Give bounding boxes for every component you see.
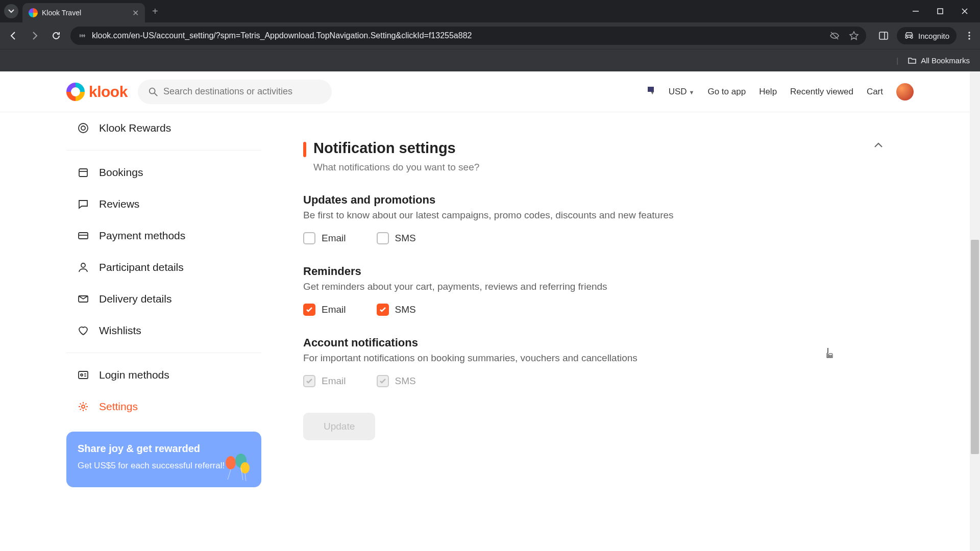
forward-button[interactable] [28, 29, 42, 43]
payment-icon [77, 229, 90, 242]
currency-label: USD [669, 87, 687, 96]
user-avatar[interactable] [896, 83, 914, 101]
checkbox-label: Email [322, 375, 346, 387]
side-panel-icon[interactable] [878, 31, 889, 41]
sidebar-item-settings[interactable]: Settings [66, 391, 261, 422]
site-logo[interactable]: klook [66, 83, 128, 101]
tab-search-button[interactable] [4, 4, 18, 18]
scrollbar-thumb[interactable] [971, 240, 979, 454]
balloons-icon [222, 452, 252, 482]
sidebar-item-label: Klook Rewards [99, 122, 171, 134]
sidebar-item-label: Participant details [99, 261, 184, 273]
group-updates-promotions: Updates and promotions Be first to know … [303, 193, 884, 244]
folder-icon [908, 56, 917, 65]
svg-rect-13 [79, 233, 88, 239]
login-icon [77, 368, 90, 382]
checkbox-box [303, 304, 315, 316]
eye-off-icon[interactable] [829, 31, 840, 41]
sidebar-item-rewards[interactable]: Klook Rewards [66, 112, 261, 144]
close-window-button[interactable] [960, 6, 970, 16]
checkbox-box [303, 375, 315, 387]
checkbox-sms[interactable]: SMS [377, 232, 416, 244]
recently-viewed-link[interactable]: Recently viewed [790, 87, 853, 97]
search-input[interactable] [163, 86, 322, 97]
group-description: Get reminders about your cart, payments,… [303, 281, 884, 292]
all-bookmarks-link[interactable]: All Bookmarks [921, 56, 970, 65]
checkbox-email[interactable]: Email [303, 304, 346, 316]
group-reminders: Reminders Get reminders about your cart,… [303, 265, 884, 316]
sidebar-item-wishlists[interactable]: Wishlists [66, 315, 261, 346]
language-selector[interactable]: ▼ [648, 87, 655, 97]
tab-close-button[interactable]: ✕ [132, 8, 139, 18]
accent-bar [303, 142, 306, 157]
chevron-up-icon [873, 140, 884, 151]
bookmark-star-icon[interactable] [849, 31, 859, 41]
svg-point-9 [79, 123, 88, 133]
group-account-notifications: Account notifications For important noti… [303, 336, 884, 387]
checkbox-box [377, 304, 389, 316]
svg-rect-1 [938, 9, 943, 14]
rewards-icon [77, 121, 90, 135]
checkbox-box [377, 232, 389, 244]
collapse-button[interactable] [873, 140, 884, 151]
group-title: Reminders [303, 265, 884, 278]
svg-point-10 [81, 126, 85, 130]
svg-point-22 [226, 456, 236, 469]
checkbox-email: Email [303, 375, 346, 387]
main-panel: Notification settings What notifications… [274, 112, 914, 487]
sidebar-item-bookings[interactable]: Bookings [66, 157, 261, 188]
group-description: Be first to know about our latest campai… [303, 210, 884, 221]
svg-rect-11 [79, 169, 87, 177]
incognito-label: Incognito [918, 32, 949, 40]
reload-button[interactable] [49, 29, 63, 43]
sidebar-item-label: Settings [99, 400, 138, 413]
sidebar: Klook Rewards Bookings Reviews Payment m… [66, 112, 261, 487]
sidebar-item-delivery[interactable]: Delivery details [66, 283, 261, 315]
bookmarks-bar: | All Bookmarks [0, 49, 980, 71]
group-title: Account notifications [303, 336, 884, 349]
browser-menu-icon[interactable] [965, 31, 974, 40]
sidebar-item-label: Reviews [99, 198, 139, 210]
search-box[interactable] [138, 80, 332, 104]
site-info-icon[interactable] [78, 31, 87, 40]
divider [66, 150, 261, 151]
cart-link[interactable]: Cart [867, 87, 883, 97]
svg-rect-17 [79, 371, 88, 379]
sidebar-item-label: Bookings [99, 166, 143, 179]
group-description: For important notifications on booking s… [303, 353, 884, 364]
back-button[interactable] [6, 29, 20, 43]
minimize-button[interactable] [911, 6, 921, 16]
sidebar-item-participant[interactable]: Participant details [66, 252, 261, 283]
checkbox-label: SMS [395, 375, 416, 387]
maximize-button[interactable] [935, 6, 945, 16]
currency-selector[interactable]: USD▼ [669, 87, 695, 97]
section-subtitle: What notifications do you want to see? [313, 162, 479, 173]
scrollbar-track[interactable] [970, 71, 980, 551]
sidebar-item-payment[interactable]: Payment methods [66, 220, 261, 252]
divider [66, 353, 261, 353]
referral-promo-card[interactable]: Share joy & get rewarded Get US$5 for ea… [66, 432, 261, 487]
sidebar-item-login[interactable]: Login methods [66, 359, 261, 391]
browser-titlebar: Klook Travel ✕ + [0, 0, 980, 22]
incognito-indicator[interactable]: Incognito [897, 27, 957, 44]
svg-point-7 [150, 88, 155, 93]
checkbox-box [303, 232, 315, 244]
sidebar-item-reviews[interactable]: Reviews [66, 188, 261, 220]
check-icon [306, 306, 313, 313]
checkbox-sms[interactable]: SMS [377, 304, 416, 316]
header-right: ▼ USD▼ Go to app Help Recently viewed Ca… [648, 83, 914, 101]
svg-point-5 [968, 35, 970, 36]
reviews-icon [77, 197, 90, 211]
go-to-app-link[interactable]: Go to app [707, 87, 746, 97]
checkbox-email[interactable]: Email [303, 232, 346, 244]
help-link[interactable]: Help [759, 87, 777, 97]
checkbox-label: Email [322, 233, 346, 244]
participant-icon [77, 261, 90, 274]
check-icon [306, 378, 313, 385]
new-tab-button[interactable]: + [152, 6, 158, 17]
url-box[interactable]: klook.com/en-US/account_setting/?spm=Tet… [70, 27, 866, 45]
separator: | [896, 56, 898, 65]
tab-favicon [29, 8, 38, 17]
browser-tab[interactable]: Klook Travel ✕ [22, 3, 145, 22]
checkbox-row: Email SMS [303, 375, 884, 387]
